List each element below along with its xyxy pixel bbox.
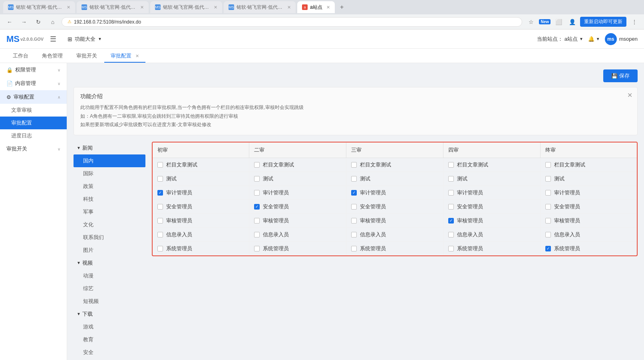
tab-workbench[interactable]: 工作台 (6, 50, 35, 63)
tree-leaf-dongman[interactable]: 动漫 (74, 269, 145, 282)
menu-icon[interactable]: ⋮ (629, 16, 640, 28)
checkbox-r0-c2[interactable] (351, 162, 357, 168)
checkbox-r4-c3[interactable] (448, 218, 454, 224)
checkbox-r5-c4[interactable] (545, 232, 551, 237)
reload-button[interactable]: ↻ (33, 16, 44, 28)
tab-close-4[interactable]: ✕ (287, 5, 291, 10)
sidebar-item-progress-log[interactable]: 进度日志 (0, 129, 67, 142)
sidebar-section-approval-switch[interactable]: 审批开关 ∨ (0, 142, 67, 156)
checkbox-r4-c1[interactable] (254, 218, 260, 224)
checkbox-r5-c1[interactable] (254, 232, 260, 237)
tree-leaf-wenhua[interactable]: 文化 (74, 218, 145, 231)
tab-approval-switch[interactable]: 审批开关 (70, 50, 103, 63)
user-icon[interactable]: 👤 (566, 16, 578, 28)
checkbox-r6-c1[interactable] (254, 246, 260, 251)
checkbox-r2-c2[interactable] (351, 190, 357, 196)
tree-group-news-label[interactable]: ▼ 新闻 (74, 142, 145, 154)
tree-leaf-zhengce[interactable]: 政策 (74, 180, 145, 193)
checkbox-r4-c0[interactable] (157, 218, 163, 224)
cell-label-r0-c3: 栏目文章测试 (457, 161, 488, 168)
checkbox-r4-c2[interactable] (351, 218, 357, 224)
tab-label-5: a站点 (310, 4, 322, 11)
tab-role-mgmt[interactable]: 角色管理 (36, 50, 69, 63)
checkbox-r0-c4[interactable] (545, 162, 551, 168)
checkbox-r3-c2[interactable] (351, 204, 357, 210)
checkbox-r1-c0[interactable] (157, 176, 163, 182)
address-input[interactable]: ⚠ 192.168.0.72:5108/ms/index.do (62, 17, 522, 27)
checkbox-r1-c3[interactable] (448, 176, 454, 182)
checkbox-r0-c0[interactable] (157, 162, 163, 168)
checkbox-r6-c4[interactable] (545, 246, 551, 251)
browser-tab-5[interactable]: a a站点 ✕ (297, 1, 335, 13)
home-button[interactable]: ⌂ (47, 16, 58, 28)
tree-leaf-zongyi[interactable]: 综艺 (74, 282, 145, 295)
checkbox-r1-c4[interactable] (545, 176, 551, 182)
bookmark-icon[interactable]: ☆ (525, 16, 537, 28)
tree-leaf-keji[interactable]: 科技 (74, 193, 145, 206)
tree-leaf-lianxi[interactable]: 联系我们 (74, 231, 145, 244)
tab-close-3[interactable]: ✕ (214, 5, 217, 10)
checkbox-r4-c4[interactable] (545, 218, 551, 224)
tree-leaf-guoji[interactable]: 国际 (74, 167, 145, 180)
tab-close-approval[interactable]: ✕ (135, 53, 139, 58)
tree-leaf-youxi[interactable]: 游戏 (74, 320, 145, 333)
sidebar-section-shenhepz[interactable]: ⚙ 审核配置 ∧ (0, 90, 67, 104)
tab-close-2[interactable]: ✕ (140, 5, 144, 10)
new-tab-button[interactable]: + (336, 2, 348, 13)
checkbox-r0-c3[interactable] (448, 162, 454, 168)
func-all-button[interactable]: ⊞ 功能大全 ▼ (63, 33, 107, 45)
perm-table-wrap: 初审 二审 三审 四审 终审 栏目文章测试栏目文章测试栏目文章测试栏目文章测试栏… (152, 142, 638, 256)
browser-tab-3[interactable]: MS 铭软·铭飞官网·低代码开发… ✕ (150, 1, 222, 13)
sidebar-item-article-review[interactable]: 文章审核 (0, 104, 67, 117)
checkbox-r2-c1[interactable] (254, 190, 260, 196)
forward-button[interactable]: → (18, 16, 30, 28)
checkbox-r3-c3[interactable] (448, 204, 454, 210)
tree-group-video-label[interactable]: ▼ 视频 (74, 257, 145, 269)
tree-leaf-guonei[interactable]: 国内 (74, 154, 145, 167)
browser-tab-4[interactable]: MS 铭软·铭飞官网·低代码开发… ✕ (224, 1, 296, 13)
checkbox-r2-c3[interactable] (448, 190, 454, 196)
checkbox-r2-c4[interactable] (545, 190, 551, 196)
checkbox-r1-c2[interactable] (351, 176, 357, 182)
tree-leaf-jiaoyu[interactable]: 教育 (74, 333, 145, 346)
checkbox-r1-c1[interactable] (254, 176, 260, 182)
checkbox-r2-c0[interactable] (157, 190, 163, 196)
tab-approval-config[interactable]: 审批配置 ✕ (104, 50, 145, 63)
tree-leaf-tupian[interactable]: 图片 (74, 244, 145, 257)
sidebar-section-neirong[interactable]: 📄 内容管理 ∨ (0, 77, 67, 90)
tab-close-1[interactable]: ✕ (67, 5, 70, 10)
info-close-button[interactable]: ✕ (627, 91, 632, 99)
table-header-row: 初审 二审 三审 四审 终审 (153, 142, 637, 158)
checkbox-r5-c0[interactable] (157, 232, 163, 237)
checkbox-r6-c3[interactable] (448, 246, 454, 251)
extensions-icon[interactable]: ⬜ (553, 16, 564, 28)
tree-group-download-label[interactable]: ▼ 下载 (74, 308, 145, 320)
address-bar: ← → ↻ ⌂ ⚠ 192.168.0.72:5108/ms/index.do … (0, 14, 644, 30)
site-selector[interactable]: 当前站点： a站点 ▼ (537, 36, 583, 43)
checkbox-r5-c2[interactable] (351, 232, 357, 237)
save-button[interactable]: 💾 保存 (603, 69, 638, 82)
bell-icon[interactable]: 🔔 (588, 36, 594, 42)
sidebar-section-quanxian[interactable]: 🔒 权限管理 ∨ (0, 63, 67, 77)
update-button[interactable]: 重新启动即可更新 (580, 17, 626, 27)
tree-group-video-text: 视频 (82, 259, 93, 267)
checkbox-r5-c3[interactable] (448, 232, 454, 237)
content-section-icon: 📄 (6, 81, 13, 87)
info-text: 此功能用于配置不同角色拥有的栏目审批权限,当一个角色拥有一个栏目的相连审批权限,… (80, 103, 631, 129)
menu-toggle-icon[interactable]: ☰ (50, 35, 56, 44)
tree-leaf-duanshipin[interactable]: 短视频 (74, 295, 145, 308)
browser-tab-2[interactable]: MS 铭软·铭飞官网·低代码开发… ✕ (77, 1, 149, 13)
tree-leaf-anquan[interactable]: 安全 (74, 346, 145, 359)
checkbox-r0-c1[interactable] (254, 162, 260, 168)
checkbox-r3-c4[interactable] (545, 204, 551, 210)
tab-close-5[interactable]: ✕ (326, 5, 330, 10)
checkbox-r6-c2[interactable] (351, 246, 357, 251)
checkbox-r6-c0[interactable] (157, 246, 163, 251)
sidebar-item-approval-config[interactable]: 审批配置 (0, 117, 67, 129)
tree-leaf-junshi[interactable]: 军事 (74, 206, 145, 218)
checkbox-r3-c1[interactable] (254, 204, 260, 210)
back-button[interactable]: ← (4, 16, 15, 28)
browser-tab-1[interactable]: MS 铭软·铭飞官网·低代码开发… ✕ (3, 1, 75, 13)
cell-label-r0-c4: 栏目文章测试 (554, 161, 585, 168)
checkbox-r3-c0[interactable] (157, 204, 163, 210)
